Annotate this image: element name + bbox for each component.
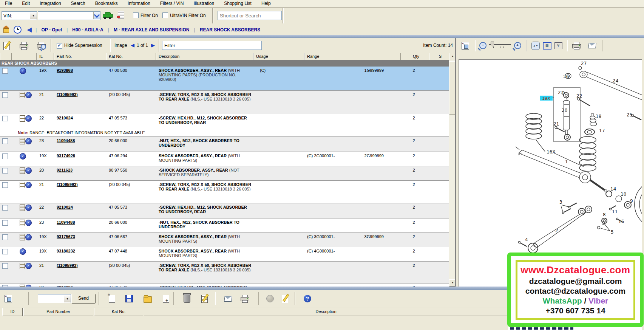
send-illustration-icon[interactable] bbox=[587, 40, 597, 51]
splitter[interactable] bbox=[0, 287, 508, 290]
breadcrumb-link[interactable]: REAR SHOCK ABSORBERS bbox=[200, 27, 260, 33]
notes-icon[interactable] bbox=[20, 92, 25, 98]
shopping-list-column-header[interactable]: Part Number bbox=[23, 308, 93, 316]
globe-icon[interactable] bbox=[25, 205, 32, 211]
notes-icon[interactable] bbox=[20, 205, 25, 211]
chevron-down-icon[interactable]: ▼ bbox=[64, 295, 71, 302]
edit-document-icon[interactable] bbox=[2, 40, 12, 51]
breadcrumb-link[interactable]: OP - Opel bbox=[41, 27, 62, 33]
table-row[interactable]: 20921162390 97 550-SHOCK ABSORBER, ASSY.… bbox=[0, 166, 449, 181]
row-checkbox[interactable] bbox=[2, 168, 8, 174]
zoom-in-icon[interactable]: + bbox=[513, 40, 522, 51]
globe-icon[interactable] bbox=[25, 220, 32, 226]
vin-type-combo[interactable]: VIN: ▼ bbox=[2, 11, 37, 20]
globe-icon[interactable] bbox=[25, 182, 32, 188]
part-number-link[interactable]: 9210024 bbox=[57, 116, 73, 120]
notes-icon[interactable] bbox=[20, 263, 25, 269]
part-number-link[interactable]: 93175673 bbox=[57, 234, 75, 239]
history-icon[interactable] bbox=[14, 26, 22, 34]
menu-item[interactable]: Shopping List bbox=[219, 0, 256, 7]
vin-input-combo[interactable] bbox=[38, 11, 100, 20]
table-row[interactable]: 21(11095993)(20 00 045)-SCREW, TORX, M12… bbox=[0, 262, 449, 284]
row-checkbox[interactable] bbox=[2, 182, 8, 188]
part-number-link[interactable]: 9210024 bbox=[57, 205, 73, 209]
notes-icon[interactable] bbox=[20, 138, 25, 144]
help-icon[interactable]: ? bbox=[302, 293, 313, 304]
new-list-icon[interactable] bbox=[107, 293, 117, 304]
row-checkbox[interactable] bbox=[2, 116, 8, 121]
breadcrumb-link[interactable]: M - REAR AXLE AND SUSPENSION bbox=[114, 27, 189, 33]
print-icon[interactable] bbox=[19, 40, 29, 51]
globe-icon[interactable] bbox=[25, 115, 32, 122]
globe-icon[interactable] bbox=[25, 138, 32, 144]
zoom-slider[interactable] bbox=[488, 40, 512, 51]
menu-item[interactable]: Filters / VIN bbox=[155, 0, 189, 7]
home-icon[interactable] bbox=[3, 28, 9, 33]
column-header[interactable]: Kat No. bbox=[106, 53, 156, 60]
part-number-link[interactable]: (11095993) bbox=[57, 182, 78, 187]
globe-icon[interactable] bbox=[25, 167, 32, 174]
ultravin-filter-checkbox[interactable] bbox=[162, 12, 168, 18]
shortcut-search-input[interactable] bbox=[218, 11, 282, 20]
shopping-list-column-header[interactable]: Kat No. bbox=[94, 308, 143, 316]
table-row[interactable]: 231109448820 66 000-NUT, HEX., M12, SHOC… bbox=[0, 137, 449, 152]
menu-item[interactable]: Search bbox=[66, 0, 90, 7]
menu-item[interactable]: Illustration bbox=[189, 0, 219, 7]
notes-icon[interactable] bbox=[20, 115, 25, 122]
column-header[interactable]: S bbox=[429, 53, 449, 60]
fit-to-window-icon[interactable] bbox=[460, 40, 470, 51]
menu-item[interactable]: File bbox=[0, 0, 17, 7]
vertical-scrollbar[interactable]: ▲ ▼ bbox=[449, 53, 456, 287]
globe-icon[interactable] bbox=[20, 248, 26, 255]
vin-dropdown-icon[interactable] bbox=[93, 12, 100, 19]
list-select-combo[interactable]: ▼ bbox=[38, 294, 71, 303]
column-header[interactable] bbox=[0, 53, 11, 60]
notes-icon[interactable] bbox=[20, 220, 25, 226]
menu-item[interactable]: Integration bbox=[35, 0, 66, 7]
image-magnify-icon[interactable]: ⚲ bbox=[553, 40, 563, 51]
globe-icon[interactable] bbox=[20, 68, 26, 74]
row-checkbox[interactable] bbox=[2, 68, 8, 74]
table-row[interactable]: 22921002447 05 573-SCREW, HEX.HD., M12, … bbox=[0, 284, 449, 287]
filter-on-checkbox[interactable] bbox=[133, 12, 139, 18]
chevron-down-icon[interactable]: ▼ bbox=[30, 12, 37, 19]
column-header[interactable]: Usage bbox=[253, 53, 304, 60]
menu-item[interactable]: Bookmarks bbox=[90, 0, 123, 7]
hide-supersession-checkbox[interactable] bbox=[57, 43, 62, 49]
part-number-link[interactable]: 11094488 bbox=[57, 138, 75, 143]
globe-icon[interactable] bbox=[25, 234, 32, 240]
part-number-link[interactable]: 93180232 bbox=[57, 249, 75, 253]
filter-input[interactable] bbox=[162, 41, 262, 50]
print-list-icon[interactable] bbox=[239, 293, 250, 304]
table-row[interactable]: 231109448820 66 000-NUT, HEX., M12, SHOC… bbox=[0, 218, 449, 233]
table-row[interactable]: 19X919386847 00 500SHOCK ABSORBER, ASSY.… bbox=[0, 67, 449, 91]
row-checkbox[interactable] bbox=[2, 205, 8, 211]
part-number-link[interactable]: 11094488 bbox=[57, 220, 75, 225]
globe-icon[interactable] bbox=[25, 263, 32, 269]
next-image-icon[interactable]: ▶ bbox=[151, 42, 155, 48]
delete-icon[interactable] bbox=[182, 293, 192, 304]
vin-card-icon[interactable] bbox=[118, 11, 124, 19]
back-icon[interactable]: ◀ bbox=[27, 26, 32, 33]
panel-divider[interactable] bbox=[455, 38, 456, 287]
column-header[interactable]: Part No. bbox=[54, 53, 106, 60]
breadcrumb-link[interactable]: H00 - AGILA-A bbox=[72, 27, 103, 33]
table-row[interactable]: 21(11095993)(20 00 045)-SCREW, TORX, M12… bbox=[0, 91, 449, 114]
table-row[interactable]: 22921002447 05 573-SCREW, HEX.HD., M12, … bbox=[0, 203, 449, 218]
menu-item[interactable]: Edit bbox=[17, 0, 35, 7]
add-item-icon[interactable] bbox=[161, 293, 171, 304]
globe-icon[interactable] bbox=[20, 153, 26, 160]
notes-icon[interactable] bbox=[20, 182, 25, 188]
zoom-out-icon[interactable]: − bbox=[478, 40, 488, 51]
pan-icon[interactable]: ▲▼ bbox=[531, 40, 541, 51]
open-icon[interactable] bbox=[142, 293, 153, 304]
part-number-link[interactable]: 93174928 bbox=[57, 153, 75, 158]
globe-icon[interactable] bbox=[25, 92, 32, 98]
row-checkbox[interactable] bbox=[2, 153, 8, 159]
menu-item[interactable]: Information bbox=[123, 0, 155, 7]
previous-image-icon[interactable]: ◀ bbox=[131, 42, 134, 48]
vehicle-icon[interactable] bbox=[103, 12, 113, 19]
save-icon[interactable] bbox=[124, 293, 134, 304]
table-row[interactable]: 19X9317492847 06 294SHOCK ABSORBER, ASSY… bbox=[0, 152, 449, 166]
edit-list-icon[interactable] bbox=[200, 293, 210, 304]
